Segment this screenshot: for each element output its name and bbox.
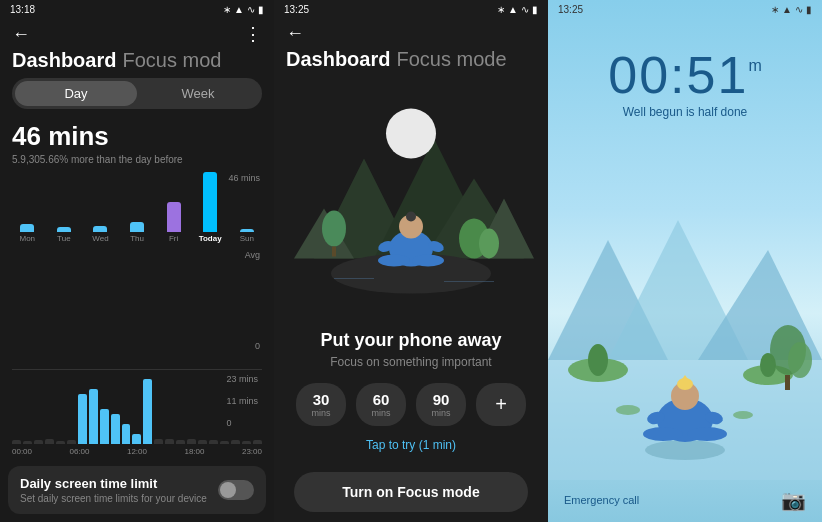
tab-row-1: Day Week — [12, 78, 262, 109]
timer-scene-svg — [548, 160, 822, 480]
chart-avg-label: Avg — [245, 250, 260, 260]
battery-icon: ▮ — [258, 4, 264, 15]
bar-fri: Fri — [158, 202, 189, 243]
card-sub: Set daily screen time limits for your de… — [20, 493, 218, 504]
bar-value-wed — [93, 226, 107, 232]
more-options-button-1[interactable]: ⋮ — [244, 23, 262, 45]
hour-bar-1 — [23, 441, 32, 444]
lower-label-0: 0 — [226, 418, 258, 428]
day-label-today: Today — [199, 234, 222, 243]
bluetooth-icon: ∗ — [223, 4, 231, 15]
timer-scene-illustration — [548, 119, 822, 480]
tap-to-try[interactable]: Tap to try (1 min) — [294, 438, 528, 452]
status-time-3: 13:25 — [558, 4, 583, 15]
hour-bar-12 — [143, 379, 152, 444]
time-unit-60: mins — [370, 408, 392, 418]
page-title-focus-2: Focus mode — [396, 48, 506, 71]
screen-time-limit-card: Daily screen time limit Set daily screen… — [8, 466, 266, 514]
chart-zero-label: 0 — [255, 341, 260, 351]
bar-sun: Sun — [231, 229, 262, 243]
bluetooth-icon-2: ∗ — [497, 4, 505, 15]
plus-icon: + — [495, 393, 507, 416]
hour-bar-14 — [165, 439, 174, 444]
svg-rect-8 — [332, 247, 336, 257]
lower-bars-container — [12, 374, 262, 444]
svg-point-39 — [733, 411, 753, 419]
hour-label-12: 12:00 — [127, 447, 147, 456]
time-btn-90[interactable]: 90 mins — [416, 383, 466, 426]
hour-bar-11 — [132, 434, 141, 444]
put-away-sub: Focus on something important — [294, 355, 528, 369]
put-away-section: Put your phone away Focus on something i… — [274, 320, 548, 472]
svg-point-29 — [645, 440, 725, 460]
screen-timer: 13:25 ∗ ▲ ∿ ▮ 00:51 m Well begun is half… — [548, 0, 822, 522]
status-icons-3: ∗ ▲ ∿ ▮ — [771, 4, 812, 15]
focus-illustration — [274, 77, 548, 320]
bar-chart-weekly: Mon Tue Wed Thu Fri Today — [12, 179, 262, 259]
svg-point-6 — [386, 109, 436, 159]
time-unit-30: mins — [310, 408, 332, 418]
status-time-2: 13:25 — [284, 4, 309, 15]
day-label-sun: Sun — [240, 234, 254, 243]
back-button-2[interactable]: ← — [286, 23, 304, 44]
lower-time-labels: 00:00 06:00 12:00 18:00 23:00 — [12, 447, 262, 456]
page-title-dashboard-2: Dashboard — [286, 48, 390, 71]
header-1: ← ⋮ — [0, 19, 274, 47]
timer-subtitle: Well begun is half done — [548, 105, 822, 119]
bar-value-mon — [20, 224, 34, 232]
time-unit-90: mins — [430, 408, 452, 418]
hour-label-00: 00:00 — [12, 447, 32, 456]
hour-bar-18 — [209, 440, 218, 444]
bar-thu: Thu — [122, 222, 153, 243]
hour-bar-6 — [78, 394, 87, 444]
hour-bar-7 — [89, 389, 98, 444]
card-text: Daily screen time limit Set daily screen… — [20, 476, 218, 504]
wifi-icon: ∿ — [247, 4, 255, 15]
screen-time-toggle[interactable] — [218, 480, 254, 500]
toggle-knob — [220, 482, 236, 498]
svg-point-12 — [406, 212, 416, 222]
svg-point-34 — [643, 427, 683, 441]
svg-point-13 — [378, 255, 410, 267]
duration-display: 46 mins — [0, 117, 274, 152]
tab-week[interactable]: Week — [137, 81, 259, 106]
camera-button[interactable]: 📷 — [781, 488, 806, 512]
wifi-icon-2: ∿ — [521, 4, 529, 15]
bar-wed: Wed — [85, 226, 116, 243]
lower-label-23: 23 mins — [226, 374, 258, 384]
day-label-fri: Fri — [169, 234, 178, 243]
wifi-icon-3: ∿ — [795, 4, 803, 15]
emergency-call-button[interactable]: Emergency call — [564, 494, 639, 506]
svg-rect-42 — [785, 375, 790, 390]
time-btn-60[interactable]: 60 mins — [356, 383, 406, 426]
turn-on-focus-button[interactable]: Turn on Focus mode — [294, 472, 528, 512]
back-button-1[interactable]: ← — [12, 24, 30, 45]
time-btn-30[interactable]: 30 mins — [296, 383, 346, 426]
weekly-chart: 46 mins Avg 0 Mon Tue Wed Thu Fri — [0, 171, 274, 369]
bar-tue: Tue — [49, 227, 80, 243]
hour-bar-21 — [242, 441, 251, 444]
hour-label-18: 18:00 — [184, 447, 204, 456]
hour-bar-17 — [198, 440, 207, 444]
hour-bar-9 — [111, 414, 120, 444]
bar-value-today — [203, 172, 217, 232]
bar-value-fri — [167, 202, 181, 232]
day-label-thu: Thu — [130, 234, 144, 243]
time-btn-plus[interactable]: + — [476, 383, 526, 426]
card-title: Daily screen time limit — [20, 476, 218, 491]
signal-icon-3: ▲ — [782, 4, 792, 15]
hourly-chart: 23 mins 11 mins 0 — [0, 370, 274, 460]
svg-point-14 — [412, 255, 444, 267]
signal-icon-2: ▲ — [508, 4, 518, 15]
status-icons-2: ∗ ▲ ∿ ▮ — [497, 4, 538, 15]
lower-label-11: 11 mins — [226, 396, 258, 406]
hour-bar-2 — [34, 440, 43, 444]
svg-point-41 — [788, 342, 812, 378]
bar-mon: Mon — [12, 224, 43, 243]
hour-bar-4 — [56, 441, 65, 444]
bottom-controls: Emergency call 📷 — [548, 480, 822, 522]
put-away-title: Put your phone away — [294, 330, 528, 351]
screen-focus-mode: 13:25 ∗ ▲ ∿ ▮ ← Dashboard Focus mode — [274, 0, 548, 522]
tab-day[interactable]: Day — [15, 81, 137, 106]
page-title-dashboard: Dashboard — [12, 49, 116, 72]
